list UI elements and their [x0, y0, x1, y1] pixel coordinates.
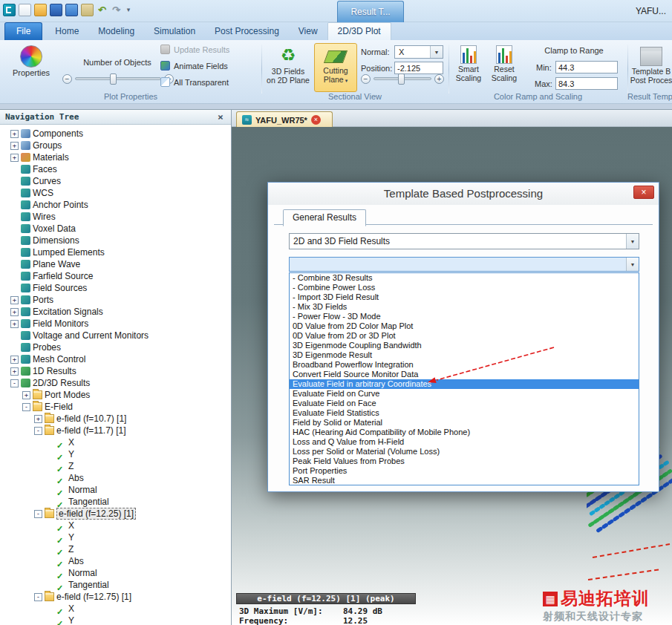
tree-item[interactable]: Anchor Points [0, 199, 231, 211]
document-tab[interactable]: ≈ YAFU_WR75* × [236, 111, 333, 128]
toolbar-overflow-icon[interactable]: ▾ [125, 4, 132, 16]
tree-item[interactable]: Farfield Source [0, 270, 231, 282]
tree-item[interactable]: Voltage and Current Monitors [0, 330, 231, 341]
ribbon-tab[interactable]: 2D/3D Plot [327, 22, 391, 40]
tree-item[interactable]: - e-field (f=12.75) [1] [0, 591, 231, 603]
template-list-item[interactable]: 0D Value from 2D or 3D Plot [290, 331, 639, 341]
all-transparent-button[interactable]: All Transparent [160, 77, 229, 87]
tree-expander-icon[interactable]: - [34, 510, 42, 518]
slider-decrease-icon[interactable]: − [361, 74, 371, 84]
tree-item[interactable]: Tangential [0, 579, 231, 591]
tree-item[interactable]: Faces [0, 163, 231, 175]
tree-expander-icon[interactable]: + [10, 320, 19, 328]
template-list-item[interactable]: 0D Value from 2D Color Map Plot [290, 321, 639, 331]
open-file-icon[interactable] [34, 4, 47, 16]
ribbon-tab[interactable]: Post Processing [205, 23, 289, 40]
cst-logo-icon[interactable] [3, 4, 16, 16]
new-file-icon[interactable] [19, 4, 31, 16]
paste-icon[interactable] [81, 4, 94, 16]
position-slider[interactable]: − + [361, 73, 444, 85]
save-all-icon[interactable] [65, 4, 78, 16]
template-list-item[interactable]: Evaluate Field Statistics [290, 408, 639, 418]
template-list-item[interactable]: Evaluate Field in arbitrary Coordinates [290, 379, 639, 389]
tree-item[interactable]: Lumped Elements [0, 246, 231, 258]
slider-track[interactable] [373, 77, 431, 80]
ribbon-tab[interactable]: Home [45, 23, 88, 40]
tree-item[interactable]: Dimensions [0, 235, 231, 246]
slider-thumb[interactable] [398, 73, 405, 85]
redo-icon[interactable]: ↷ [111, 4, 122, 16]
template-combobox[interactable]: ▼ [289, 257, 639, 272]
reset-scaling-button[interactable]: ResetScaling [488, 43, 521, 92]
tree-item[interactable]: Z [0, 543, 231, 555]
tree-item[interactable]: X [0, 603, 231, 615]
template-list-item[interactable]: Peak Field Values from Probes [290, 457, 639, 466]
template-list-item[interactable]: Broadband Powerflow Integration [290, 360, 639, 370]
tree-expander-icon[interactable]: - [10, 379, 19, 387]
tree-item[interactable]: + Ports [0, 294, 231, 306]
tree-item[interactable]: + Port Modes [0, 389, 231, 401]
properties-button[interactable]: Properties [9, 43, 53, 92]
combo-arrow-icon[interactable]: ▼ [430, 46, 443, 58]
template-list-item[interactable]: SAR Result [290, 476, 639, 485]
tab-general-results[interactable]: General Results [283, 209, 366, 226]
template-list-item[interactable]: Field by Solid or Material [290, 418, 639, 428]
tree-item[interactable]: - e-field (f=12.25) [1] [0, 508, 231, 520]
tree-expander-icon[interactable]: + [10, 142, 19, 150]
tree-item[interactable]: Probes [0, 341, 231, 353]
template-list-item[interactable]: Loss and Q Value from H-Field [290, 437, 639, 447]
tree-item[interactable]: Abs [0, 555, 231, 567]
tree-item[interactable]: Plane Wave [0, 258, 231, 270]
tree-item[interactable]: Voxel Data [0, 223, 231, 235]
combo-arrow-icon[interactable]: ▼ [626, 234, 639, 249]
tree-item[interactable]: Z [0, 460, 231, 472]
tree-item[interactable]: + Field Monitors [0, 318, 231, 330]
template-list-item[interactable]: - Combine 3D Results [290, 273, 639, 283]
template-list-item[interactable]: HAC (Hearing Aid Compatibility of Mobile… [290, 428, 639, 437]
undo-icon[interactable]: ↶ [97, 4, 108, 16]
tree-item[interactable]: X [0, 436, 231, 448]
slider-track[interactable] [75, 77, 161, 80]
tree-expander-icon[interactable]: + [10, 130, 19, 138]
smart-scaling-button[interactable]: SmartScaling [452, 43, 485, 92]
combo-arrow-icon[interactable]: ▼ [626, 258, 639, 271]
tree-expander-icon[interactable]: + [10, 154, 19, 162]
tree-item[interactable]: + Excitation Signals [0, 306, 231, 318]
tree-expander-icon[interactable]: + [10, 356, 19, 364]
tree-expander-icon[interactable]: + [10, 308, 19, 316]
min-input[interactable] [555, 61, 618, 73]
tree-item[interactable]: - e-field (f=11.7) [1] [0, 425, 231, 436]
max-input[interactable] [555, 77, 618, 90]
template-list-item[interactable]: - Mix 3D Fields [290, 302, 639, 312]
tree-item[interactable]: Tangential [0, 496, 231, 508]
tree-expander-icon[interactable]: + [22, 391, 30, 399]
tree-item[interactable]: + e-field (f=10.7) [1] [0, 413, 231, 425]
tree-expander-icon[interactable]: + [10, 367, 19, 376]
ribbon-tab[interactable]: File [4, 22, 42, 40]
result-category-combobox[interactable]: 2D and 3D Field Results ▼ [289, 233, 639, 249]
template-list-item[interactable]: Port Properties [290, 466, 639, 476]
slider-increase-icon[interactable]: + [434, 74, 444, 84]
tree-item[interactable]: Curves [0, 175, 231, 187]
tree-item[interactable]: + Materials [0, 151, 231, 163]
tree-expander-icon[interactable]: + [10, 296, 19, 304]
tree-expander-icon[interactable]: + [34, 415, 42, 423]
template-list-item[interactable]: - Combine Power Loss [290, 283, 639, 292]
tree-expander-icon[interactable]: - [22, 403, 30, 411]
tree-expander-icon[interactable]: - [34, 427, 42, 435]
document-close-icon[interactable]: × [311, 115, 321, 125]
tree-expander-icon[interactable]: - [34, 593, 42, 601]
dialog-close-button[interactable]: × [633, 186, 654, 199]
template-list-item[interactable]: - Import 3D Field Result [290, 292, 639, 302]
slider-thumb[interactable] [110, 73, 117, 85]
template-list-item[interactable]: 3D Eigenmode Result [290, 350, 639, 360]
tree-item[interactable]: Y [0, 448, 231, 460]
tree-item[interactable]: Wires [0, 211, 231, 223]
tree-item[interactable]: Y [0, 615, 231, 625]
template-list-item[interactable]: 3D Eigenmode Coupling Bandwidth [290, 341, 639, 350]
tree-item[interactable]: X [0, 520, 231, 531]
slider-decrease-icon[interactable]: − [62, 74, 72, 84]
template-list-item[interactable]: - Power Flow - 3D Mode [290, 312, 639, 321]
3d-fields-on-2d-plane-button[interactable]: ♻ 3D Fieldson 2D Plane [265, 43, 311, 92]
tree-item[interactable]: WCS [0, 187, 231, 199]
